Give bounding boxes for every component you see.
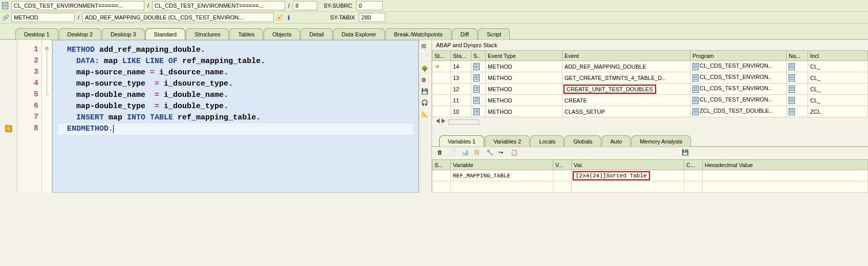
- sep: /: [287, 3, 291, 9]
- nav-icon[interactable]: 🧭: [276, 14, 283, 21]
- na-icon: [789, 63, 795, 70]
- tab-script[interactable]: Script: [478, 28, 510, 39]
- stack-row[interactable]: 11METHODCREATECL_CDS_TEST_ENVIRON..CL_: [432, 95, 868, 106]
- vcol-hex[interactable]: Hexadecimal Value: [703, 160, 868, 170]
- new-tab-icon[interactable]: 📄: [421, 54, 429, 63]
- tab-data-explorer[interactable]: Data Explorer: [333, 28, 385, 39]
- col-sta[interactable]: Sta...: [451, 51, 471, 61]
- vcol-c[interactable]: C...: [684, 160, 703, 170]
- na-icon: [789, 108, 795, 115]
- info-icon[interactable]: ℹ: [285, 14, 292, 21]
- prog-icon: [692, 108, 699, 115]
- tab-break-watchpoints[interactable]: Break./Watchpoints: [385, 28, 451, 39]
- event-icon: [473, 108, 480, 115]
- scroll-left-icon[interactable]: [436, 118, 440, 124]
- program-icon: [2, 2, 9, 9]
- tab-auto[interactable]: Auto: [602, 135, 631, 147]
- stack-table[interactable]: St... Sta... S.. Event Type Event Progra…: [432, 50, 868, 117]
- delete-icon[interactable]: 🗑: [437, 149, 445, 157]
- na-icon: [789, 86, 795, 93]
- prog-icon: [692, 74, 699, 81]
- close-icon[interactable]: ☒: [421, 43, 429, 51]
- struct-icon[interactable]: 🔧: [486, 149, 494, 157]
- tab-standard[interactable]: Standard: [145, 28, 186, 39]
- tab-locals[interactable]: Locals: [530, 135, 564, 147]
- tree-icon[interactable]: 🌳: [421, 66, 429, 74]
- line-numbers: 12345678: [17, 40, 42, 193]
- tab-diff[interactable]: Diff: [452, 28, 478, 39]
- variables-toolbar: 🗑 📄 📊 ⛓ 🔧 ↪ 📋 💾: [432, 147, 868, 159]
- variable-row-empty[interactable]: [432, 181, 868, 193]
- method-label-field[interactable]: [11, 13, 75, 22]
- col-program[interactable]: Program: [690, 51, 787, 61]
- col-s[interactable]: S..: [471, 51, 486, 61]
- col-event[interactable]: Event: [562, 51, 690, 61]
- event-icon: [473, 86, 480, 93]
- scroll-track[interactable]: [448, 119, 479, 125]
- vcol-s[interactable]: S...: [432, 160, 451, 170]
- col-st[interactable]: St...: [432, 51, 451, 61]
- na-icon: [789, 97, 795, 104]
- breadcrumb-seg1[interactable]: [11, 1, 144, 10]
- save-icon[interactable]: 💾: [421, 88, 429, 96]
- main-tabstrip: Desktop 1 Desktop 2 Desktop 3 Standard S…: [0, 24, 868, 40]
- variables-tabstrip: Variables 1 Variables 2 Locals Globals A…: [432, 126, 868, 147]
- breadcrumb-line[interactable]: [293, 1, 317, 10]
- stack-row[interactable]: 13METHODGET_CREATE_STMNTS_4_TABLE_D..CL_…: [432, 72, 868, 84]
- fold-gutter[interactable]: ⊟││││││└: [42, 40, 52, 193]
- vcol-variable[interactable]: Variable: [451, 160, 553, 170]
- tab-variables-1[interactable]: Variables 1: [439, 135, 484, 147]
- clipboard-icon[interactable]: 📋: [511, 149, 519, 157]
- col-incl[interactable]: Incl: [808, 51, 868, 61]
- highlighted-value: [2x4(24)]Sorted Table: [573, 171, 650, 180]
- tab-tables[interactable]: Tables: [229, 28, 263, 39]
- save-vars-icon[interactable]: 💾: [682, 149, 690, 157]
- code-editor[interactable]: METHOD add_ref_mapping_double. DATA: map…: [52, 40, 419, 193]
- sep: /: [146, 3, 150, 9]
- col-na[interactable]: Na...: [787, 51, 808, 61]
- variables-table[interactable]: S... Variable V... Val. C... Hexadecimal…: [432, 159, 868, 193]
- breadcrumb-seg2[interactable]: [152, 1, 285, 10]
- col-event-type[interactable]: Event Type: [486, 51, 562, 61]
- tab-desktop-2[interactable]: Desktop 2: [59, 28, 102, 39]
- hierarchy-icon[interactable]: ⛓: [474, 149, 482, 157]
- editor-toolbar: ☒ 📄 🌳 ⚙ 💾 🎧 📐: [419, 40, 432, 193]
- doc-icon[interactable]: 📄: [449, 149, 458, 157]
- prog-icon: [692, 63, 699, 70]
- tab-memory-analysis[interactable]: Memory Analysis: [631, 135, 691, 147]
- export-icon[interactable]: ↪: [498, 149, 507, 157]
- event-icon: [473, 63, 480, 70]
- tab-desktop-1[interactable]: Desktop 1: [15, 28, 58, 39]
- scroll-right-icon[interactable]: [442, 118, 445, 124]
- tab-objects[interactable]: Objects: [264, 28, 300, 39]
- stack-row[interactable]: 10METHODCLASS_SETUPZCL_CDS_TEST_DOUBLE..…: [432, 106, 868, 117]
- tab-structures[interactable]: Structures: [186, 28, 229, 39]
- stack-row[interactable]: ➔14METHODADD_REF_MAPPING_DOUBLECL_CDS_TE…: [432, 61, 868, 72]
- tab-globals[interactable]: Globals: [565, 135, 601, 147]
- current-line-icon: ➔: [435, 63, 439, 69]
- sy-subrc-value[interactable]: [356, 1, 383, 10]
- highlighted-event: CREATE_UNIT_TEST_DOUBLES: [563, 85, 656, 94]
- vcol-val[interactable]: Val.: [572, 160, 684, 170]
- stack-icon: 🔗: [2, 14, 9, 21]
- sy-tabix-value[interactable]: [359, 13, 385, 22]
- table-icon[interactable]: 📊: [462, 149, 470, 157]
- stack-row[interactable]: 12METHODCREATE_UNIT_TEST_DOUBLESCL_CDS_T…: [432, 84, 868, 95]
- breadcrumb-row-1: / / SY-SUBRC: [0, 0, 868, 12]
- breakpoint-gutter[interactable]: [0, 40, 17, 193]
- tab-desktop-3[interactable]: Desktop 3: [102, 28, 145, 39]
- vcol-v[interactable]: V...: [553, 160, 572, 170]
- method-name-field[interactable]: [82, 13, 274, 22]
- tab-detail[interactable]: Detail: [300, 28, 332, 39]
- sy-subrc-label: SY-SUBRC: [319, 3, 354, 9]
- prog-icon: [692, 97, 699, 104]
- headphones-icon[interactable]: 🎧: [421, 99, 429, 108]
- variable-row[interactable]: REF_MAPPING_TABLE[2x4(24)]Sorted Table: [432, 170, 868, 181]
- pattern-icon[interactable]: 📐: [421, 111, 429, 119]
- stack-title: ABAP and Dynpro Stack: [432, 40, 868, 50]
- breakpoint-icon[interactable]: [5, 125, 12, 132]
- code-panel: 12345678 ⊟││││││└ METHOD add_ref_mapping…: [0, 40, 419, 193]
- tab-variables-2[interactable]: Variables 2: [485, 135, 530, 147]
- stack-hscroll[interactable]: [432, 117, 868, 126]
- config-icon[interactable]: ⚙: [421, 77, 429, 85]
